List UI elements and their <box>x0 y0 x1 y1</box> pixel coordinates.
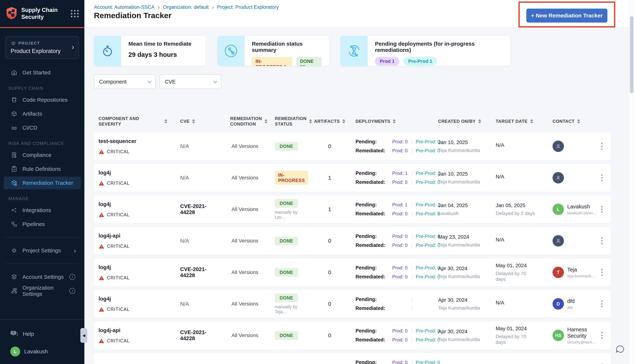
kebab-menu-icon[interactable] <box>601 143 603 150</box>
page-scrollbar-track[interactable] <box>629 0 634 364</box>
kebab-menu-icon[interactable] <box>601 269 603 276</box>
component-name[interactable]: log4j-api <box>99 233 167 239</box>
table-row[interactable]: log4j CRITICAL CVE-2021-44228 All Versio… <box>94 258 611 286</box>
breadcrumb-account[interactable]: Account: Automation-SSCA <box>94 4 154 10</box>
table-row[interactable]: log4j CRITICAL CVE-2021-44228 All Versio… <box>94 196 611 223</box>
sidebar-item-code-repositories[interactable]: Code Repositories <box>4 94 81 106</box>
pending-prod-count[interactable]: Prod: 1 <box>392 202 412 208</box>
sidebar-item-project-settings[interactable]: Project Settings › <box>4 244 81 257</box>
component-filter-select[interactable]: Component <box>94 74 156 89</box>
kebab-menu-icon[interactable] <box>601 174 603 181</box>
breadcrumb-organization[interactable]: Organization: default <box>163 4 209 10</box>
remediated-prod-count[interactable]: Prod: 0 <box>392 211 412 217</box>
created-date: Jan 10, 2025 <box>438 140 483 145</box>
col-contact[interactable]: CONTACT <box>536 116 593 127</box>
pending-prod-count[interactable]: Prod: 0 <box>392 265 412 271</box>
sidebar-item-remediation-tracker[interactable]: Remediation Tracker <box>4 176 81 189</box>
col-created[interactable]: CREATED ON/BY <box>428 116 483 127</box>
pending-prod-count[interactable]: Prod: 0 <box>392 234 412 239</box>
breadcrumb: Account: Automation-SSCA › Organization:… <box>94 4 279 10</box>
contact-card: Harness Security security@harn… <box>567 326 596 344</box>
sidebar-user[interactable]: L Lavakush <box>0 343 84 360</box>
sidebar-item-account-settings[interactable]: Account Settings i <box>4 270 81 283</box>
project-selector[interactable]: PROJECT Product Exploratory › <box>6 36 79 59</box>
pending-prod-count[interactable]: Prod: 0 <box>392 139 412 144</box>
cve-filter-select[interactable]: CVE <box>160 74 221 89</box>
col-target[interactable]: TARGET DATE <box>483 116 536 127</box>
contact-name[interactable]: Teja <box>567 266 595 273</box>
supply-chain-shield-icon <box>6 7 17 20</box>
component-name[interactable]: test-sequencer <box>99 138 167 144</box>
artifacts-count: 0 <box>307 238 353 244</box>
remediated-prod-count[interactable]: Prod: 0 <box>392 274 412 280</box>
sidebar-item-rule-definitions[interactable]: Rule Definitions <box>4 162 81 176</box>
table-row[interactable]: xz-libs Pending: Prod: <box>94 353 611 364</box>
sidebar-item-artifacts[interactable]: Artifacts <box>4 108 81 120</box>
sidebar-collapse-handle[interactable]: ◀ <box>80 328 87 343</box>
status-badge: DONE <box>275 294 298 302</box>
component-name[interactable]: log4j <box>99 296 167 302</box>
kebab-menu-icon[interactable] <box>601 237 603 244</box>
new-remediation-tracker-button[interactable]: + New Remediation Tracker <box>526 8 607 22</box>
component-name[interactable]: log4j <box>99 170 167 176</box>
sidebar: Supply Chain Security PROJECT Product Ex… <box>0 0 84 364</box>
in-progress-count-badge[interactable]: IN-PROGRESS 1 <box>252 57 292 66</box>
contact-cell: HS Harness Security security@harn… <box>552 326 593 344</box>
table-row[interactable]: log4j CRITICAL N/A All Versions IN-PROGR… <box>94 164 611 192</box>
remediated-label: Remediated: <box>356 211 392 217</box>
col-component[interactable]: COMPONENT AND SEVERITY <box>94 116 167 127</box>
sidebar-item-pipelines[interactable]: Pipelines <box>4 218 81 230</box>
contact-name[interactable]: Harness Security <box>567 326 596 339</box>
preprod-pending-badge[interactable]: Pre-Prod 1 <box>403 57 437 66</box>
col-cve[interactable]: CVE <box>167 116 214 127</box>
contact-cell <box>552 140 593 152</box>
severity-badge: CRITICAL <box>99 338 167 344</box>
contact-name[interactable]: dfd <box>567 298 574 304</box>
sidebar-item-compliance[interactable]: Compliance <box>4 149 81 162</box>
divider <box>6 237 79 238</box>
prod-pending-badge[interactable]: Prod 1 <box>375 57 399 66</box>
created-cell: Jan 10, 2025 Teja Kummarikuntla <box>428 140 483 153</box>
remediated-prod-count[interactable]: Prod: 0 <box>392 242 412 248</box>
nine-dot-grid-icon[interactable] <box>71 10 79 18</box>
pipelines-icon <box>10 220 18 228</box>
remediated-prod-count[interactable]: Prod: 0 <box>392 148 412 154</box>
col-condition[interactable]: REMEDIATION CONDITION <box>214 116 259 127</box>
component-name[interactable]: log4j <box>99 264 167 270</box>
col-deployments[interactable]: DEPLOYMENTS <box>353 116 428 127</box>
done-count-badge[interactable]: DONE 26 <box>296 57 322 66</box>
sidebar-item-get-started[interactable]: Get Started <box>4 66 81 79</box>
table-row[interactable]: test-sequencer CRITICAL N/A All Versions… <box>94 132 611 160</box>
remediated-prod-count[interactable]: Prod: 0 <box>392 180 412 185</box>
contact-sub: teja.kummarik… <box>567 274 595 278</box>
target-date: N/A <box>496 142 536 148</box>
table-row[interactable]: log4j-api CRITICAL CVE-2021-44228 All Ve… <box>94 322 611 349</box>
breadcrumb-project[interactable]: Project: Product Exploratory <box>217 4 279 10</box>
deployments-cell: Pending: Prod: 0 Pre-Prod: 0 Remediated:… <box>356 234 428 248</box>
component-name[interactable]: log4j <box>99 201 167 207</box>
pending-prod-count[interactable]: Prod: 1 <box>392 170 412 176</box>
col-status[interactable]: REMEDIATION STATUS <box>259 116 307 127</box>
sidebar-item-organization-settings[interactable]: Organization Settings i <box>4 284 81 297</box>
sidebar-item-cicd[interactable]: ∞ CI/CD <box>4 121 81 134</box>
target-cell: N/A <box>483 237 536 245</box>
chat-bubble-icon[interactable] <box>615 344 625 355</box>
remediated-prod-count[interactable]: Prod: 0 <box>392 337 412 343</box>
col-artifacts[interactable]: ARTIFACTS <box>307 116 353 127</box>
sidebar-item-help[interactable]: ? Help <box>0 325 84 343</box>
cve-value: N/A <box>180 143 189 149</box>
sort-icon <box>393 119 396 124</box>
table-row[interactable]: log4j-api CRITICAL N/A All Versions DONE… <box>94 227 611 255</box>
chevron-right-icon: › <box>158 4 160 10</box>
pending-prod-count[interactable]: Prod: 0 <box>392 360 412 364</box>
kebab-menu-icon[interactable] <box>601 206 603 213</box>
pending-prod-count[interactable]: Prod: 0 <box>392 328 412 334</box>
table-row[interactable]: log4j CRITICAL N/A All Versions DONE man… <box>94 290 611 318</box>
kebab-menu-icon[interactable] <box>601 300 603 307</box>
contact-name[interactable]: Lavakush <box>567 204 596 210</box>
target-delay-note: Delayed by 70 days <box>496 334 536 345</box>
kebab-menu-icon[interactable] <box>601 332 603 339</box>
sidebar-item-integrations[interactable]: Integrations <box>4 204 81 217</box>
component-name[interactable]: log4j-api <box>99 327 167 334</box>
page-scrollbar-thumb[interactable] <box>630 16 633 93</box>
